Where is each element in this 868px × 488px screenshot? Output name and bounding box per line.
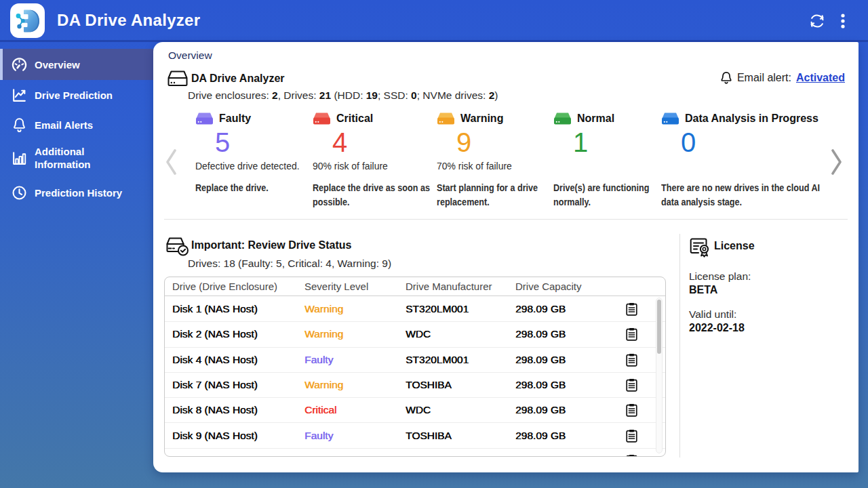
drive-table-row: Disk 2 (NAS Host) Warning WDC 298.09 GB xyxy=(165,321,665,346)
table-scrollbar[interactable] xyxy=(656,298,663,453)
gauge-icon xyxy=(10,56,28,73)
cell-capacity: 298.09 GB xyxy=(515,328,626,340)
cell-drive: Disk 4 (NAS Host) xyxy=(172,354,304,366)
status-count: 1 xyxy=(553,127,608,158)
drive-table-row xyxy=(165,448,665,456)
cell-drive: Disk 7 (NAS Host) xyxy=(172,379,304,391)
drive-status-icon xyxy=(313,112,331,125)
status-description: 90% risk of failure xyxy=(313,160,388,172)
column-header: Drive Manufacturer xyxy=(406,281,515,292)
carousel-prev-button[interactable] xyxy=(163,145,180,179)
horizontal-divider xyxy=(164,219,848,220)
drive-status-subtitle: Drives: 18 (Faulty: 5, Critical: 4, Warn… xyxy=(188,258,391,270)
drive-status-icon xyxy=(195,112,214,125)
drive-table-row: Disk 1 (NAS Host) Warning ST320LM001 298… xyxy=(165,296,665,321)
cell-severity: Faulty xyxy=(304,354,406,366)
cell-manufacturer: ST320LM001 xyxy=(406,303,515,315)
drive-table-header: Drive (Drive Enclosure)Severity LevelDri… xyxy=(165,277,665,296)
license-certificate-icon xyxy=(689,237,711,258)
copy-drive-info-button[interactable] xyxy=(626,327,637,341)
status-card-normal: Normal 1 Drive(s) are functioning normal… xyxy=(553,112,675,158)
drive-status-title: Important: Review Drive Status xyxy=(191,239,352,251)
status-card-faulty: Faulty 5 Defective drive detected. Repla… xyxy=(195,112,312,158)
status-card-warning: Warning 9 70% risk of failure Start plan… xyxy=(437,112,566,158)
app-logo-icon xyxy=(13,6,43,36)
cell-drive: Disk 9 (NAS Host) xyxy=(172,430,304,442)
license-valid-label: Valid until: xyxy=(689,308,736,321)
sidebar-item-prediction-history[interactable]: Prediction History xyxy=(0,176,153,209)
clipboard-icon xyxy=(626,429,637,443)
cell-drive: Disk 8 (NAS Host) xyxy=(172,404,304,416)
status-count: 9 xyxy=(437,127,491,158)
kebab-menu-icon xyxy=(834,12,852,30)
sidebar-item-email-alerts[interactable]: Email Alerts xyxy=(0,110,153,140)
cell-severity: Faulty xyxy=(304,430,406,442)
cell-capacity: 298.09 GB xyxy=(515,354,626,366)
drive-icon xyxy=(167,69,189,88)
table-scrollbar-thumb[interactable] xyxy=(657,300,661,354)
sidebar: Overview Drive Prediction Email Alerts A… xyxy=(0,42,153,488)
vertical-divider xyxy=(679,234,680,458)
top-bar: DA Drive Analyzer xyxy=(0,0,868,42)
cell-drive: Disk 1 (NAS Host) xyxy=(172,303,304,315)
drive-status-icon xyxy=(437,112,455,125)
refresh-button[interactable] xyxy=(807,11,827,31)
app-logo xyxy=(10,3,45,38)
cell-severity: Warning xyxy=(304,303,406,315)
status-card-data-analysis-in-progress: Data Analysis in Progress 0 There are no… xyxy=(661,112,858,158)
status-description: Defective drive detected. xyxy=(195,160,300,172)
status-label: Warning xyxy=(460,113,503,125)
sidebar-item-label: Overview xyxy=(35,58,80,71)
cell-manufacturer: WDC xyxy=(406,404,515,416)
copy-drive-info-button[interactable] xyxy=(626,378,637,392)
sidebar-item-label: Drive Prediction xyxy=(35,89,113,102)
status-label: Faulty xyxy=(219,113,251,125)
sidebar-item-label: Additional Information xyxy=(35,145,116,171)
status-action: There are no new drives in the cloud AI … xyxy=(661,180,827,209)
drive-table: Drive (Drive Enclosure)Severity LevelDri… xyxy=(164,277,666,457)
kebab-menu-button[interactable] xyxy=(833,11,853,31)
status-label: Data Analysis in Progress xyxy=(685,113,818,125)
license-plan-label: License plan: xyxy=(689,270,751,283)
status-action: Replace the drive as soon as possible. xyxy=(313,180,438,209)
clipboard-icon xyxy=(626,454,637,456)
clipboard-icon xyxy=(626,327,637,341)
clock-icon xyxy=(10,184,28,201)
column-header: Severity Level xyxy=(304,281,406,292)
status-description: 70% risk of failure xyxy=(437,160,512,172)
cell-severity: Critical xyxy=(304,404,406,416)
email-alert-label: Email alert: xyxy=(737,72,791,84)
copy-drive-info-button[interactable] xyxy=(626,353,637,367)
clipboard-icon xyxy=(626,378,637,392)
sidebar-item-additional-information[interactable]: Additional Information xyxy=(0,140,153,176)
cell-manufacturer: ST320LM001 xyxy=(406,354,515,366)
summary-title: DA Drive Analyzer xyxy=(191,73,285,85)
drive-table-row: Disk 9 (NAS Host) Faulty TOSHIBA 298.09 … xyxy=(165,422,665,447)
email-alert-status-link[interactable]: Activated xyxy=(796,72,845,84)
status-count: 4 xyxy=(313,127,367,158)
copy-drive-info-button[interactable] xyxy=(626,429,637,443)
cell-severity: Warning xyxy=(304,379,406,391)
clipboard-icon xyxy=(626,403,637,417)
clipboard-icon xyxy=(626,302,637,316)
bar-chart-icon xyxy=(10,149,28,167)
copy-drive-info-button[interactable] xyxy=(626,302,637,316)
sidebar-item-drive-prediction[interactable]: Drive Prediction xyxy=(0,80,153,110)
license-title: License xyxy=(714,240,755,252)
chevron-left-icon xyxy=(164,146,179,178)
line-chart-icon xyxy=(10,86,28,104)
status-action: Start planning for a drive replacement. xyxy=(437,180,545,209)
sidebar-item-overview[interactable]: Overview xyxy=(0,49,153,80)
cell-capacity: 298.09 GB xyxy=(515,303,626,315)
column-header: Drive (Drive Enclosure) xyxy=(172,281,304,292)
refresh-icon xyxy=(808,12,826,30)
copy-drive-info-button[interactable] xyxy=(626,454,637,456)
clipboard-icon xyxy=(626,353,637,367)
bell-icon xyxy=(10,116,28,134)
drive-table-row: Disk 7 (NAS Host) Warning TOSHIBA 298.09… xyxy=(165,372,665,397)
status-count: 0 xyxy=(661,127,715,158)
copy-drive-info-button[interactable] xyxy=(626,403,637,417)
status-count: 5 xyxy=(195,127,250,158)
summary-subtitle: Drive enclosures: 2, Drives: 21 (HDD: 19… xyxy=(188,89,498,102)
license-valid-value: 2022-02-18 xyxy=(689,322,745,334)
